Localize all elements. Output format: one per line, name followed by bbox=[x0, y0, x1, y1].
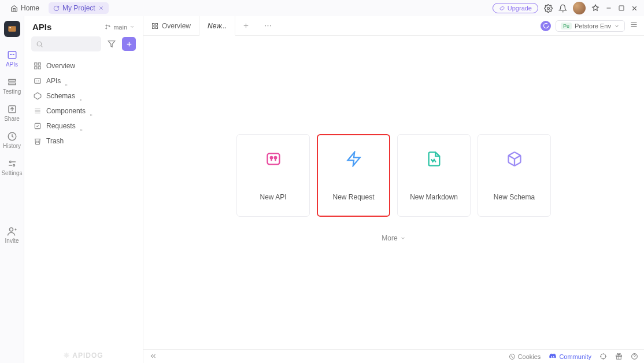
collapse-icon bbox=[149, 352, 157, 360]
tree-overview[interactable]: Overview bbox=[24, 58, 143, 73]
expand-icon bbox=[90, 110, 92, 112]
env-settings-button[interactable] bbox=[630, 20, 638, 31]
help-icon bbox=[631, 353, 638, 360]
cookies-link[interactable]: Cookies bbox=[509, 353, 541, 360]
svg-point-2 bbox=[547, 7, 550, 9]
sidebar-add-button[interactable] bbox=[122, 37, 136, 51]
svg-rect-4 bbox=[619, 6, 624, 10]
env-icon-button[interactable] bbox=[541, 21, 551, 31]
chevron-down-icon bbox=[614, 23, 620, 29]
chevron-down-icon bbox=[400, 235, 406, 241]
svg-rect-30 bbox=[38, 66, 40, 69]
svg-point-52 bbox=[511, 355, 512, 356]
feedback-button[interactable] bbox=[599, 353, 607, 360]
tree-apis[interactable]: APIs bbox=[24, 73, 143, 88]
new-api-icon bbox=[265, 150, 282, 168]
tree-trash[interactable]: Trash bbox=[24, 134, 143, 149]
tab-more-button[interactable] bbox=[257, 16, 279, 35]
tree-schemas[interactable]: Schemas bbox=[24, 88, 143, 103]
svg-point-51 bbox=[509, 354, 515, 359]
svg-point-22 bbox=[37, 42, 42, 46]
svg-point-42 bbox=[270, 25, 271, 27]
svg-point-17 bbox=[13, 165, 14, 166]
close-icon[interactable] bbox=[98, 5, 104, 11]
svg-rect-13 bbox=[9, 83, 16, 85]
chevron-down-icon bbox=[129, 24, 135, 29]
tab-overview[interactable]: Overview bbox=[143, 16, 199, 35]
testing-icon bbox=[7, 77, 17, 87]
project-name: My Project bbox=[62, 4, 95, 12]
tree-components[interactable]: Components bbox=[24, 103, 143, 118]
upgrade-button[interactable]: Upgrade bbox=[493, 3, 538, 13]
svg-rect-29 bbox=[35, 66, 37, 69]
svg-rect-7 bbox=[8, 26, 16, 31]
new-markdown-icon bbox=[426, 150, 442, 168]
help-button[interactable] bbox=[631, 353, 638, 360]
close-window-button[interactable] bbox=[631, 5, 638, 12]
svg-rect-37 bbox=[156, 27, 158, 29]
cookies-label: Cookies bbox=[518, 353, 541, 360]
notifications-button[interactable] bbox=[558, 4, 567, 13]
env-tag: Pe bbox=[561, 23, 572, 29]
svg-point-19 bbox=[106, 25, 107, 26]
rail-history-label: History bbox=[3, 143, 21, 149]
gift-icon bbox=[615, 353, 623, 360]
community-link[interactable]: Community bbox=[549, 353, 591, 361]
crosshair-icon bbox=[599, 353, 607, 360]
svg-rect-10 bbox=[10, 54, 12, 55]
requests-icon bbox=[34, 122, 42, 130]
refresh-icon bbox=[53, 5, 60, 12]
card-new-request-label: New Request bbox=[332, 193, 374, 201]
user-avatar[interactable] bbox=[573, 2, 586, 14]
branch-selector[interactable]: main bbox=[105, 24, 135, 31]
gift-button[interactable] bbox=[615, 353, 623, 360]
apis-icon bbox=[7, 50, 17, 60]
card-new-request[interactable]: New Request bbox=[317, 134, 390, 217]
svg-rect-27 bbox=[35, 63, 37, 65]
project-tab[interactable]: My Project bbox=[49, 2, 109, 14]
svg-rect-46 bbox=[267, 153, 279, 164]
svg-marker-24 bbox=[108, 41, 115, 47]
card-new-api[interactable]: New API bbox=[236, 134, 310, 217]
plus-icon bbox=[242, 22, 250, 29]
rail-invite[interactable]: Invite bbox=[0, 223, 24, 247]
card-new-markdown[interactable]: New Markdown bbox=[397, 134, 471, 217]
home-link[interactable]: Home bbox=[6, 2, 44, 14]
tab-new[interactable]: New... bbox=[199, 16, 235, 35]
components-icon bbox=[34, 107, 42, 115]
collapse-sidebar-button[interactable] bbox=[149, 352, 157, 361]
svg-rect-9 bbox=[8, 51, 16, 58]
rail-history[interactable]: History bbox=[0, 128, 24, 153]
tree-apis-label: APIs bbox=[46, 77, 61, 85]
tree-trash-label: Trash bbox=[46, 137, 64, 145]
sidebar-search[interactable] bbox=[31, 36, 101, 51]
environment-selector[interactable]: Pe Petstore Env bbox=[556, 20, 625, 32]
settings-gear-button[interactable] bbox=[544, 4, 553, 13]
minimize-window-button[interactable] bbox=[605, 5, 612, 12]
rail-settings[interactable]: Settings bbox=[0, 155, 24, 180]
app-logo bbox=[4, 21, 20, 37]
maximize-window-button[interactable] bbox=[618, 5, 625, 12]
rail-share[interactable]: Share bbox=[0, 101, 24, 125]
rail-testing[interactable]: Testing bbox=[0, 73, 24, 98]
left-rail: APIs Testing Share History Settings Invi… bbox=[0, 16, 24, 363]
svg-point-18 bbox=[9, 228, 13, 231]
filter-icon bbox=[108, 40, 116, 48]
rail-invite-label: Invite bbox=[5, 238, 19, 244]
tab-add-button[interactable] bbox=[235, 16, 257, 35]
tree-requests[interactable]: Requests bbox=[24, 118, 143, 134]
env-name: Petstore Env bbox=[575, 23, 611, 29]
rail-apis[interactable]: APIs bbox=[0, 46, 24, 71]
more-options-link[interactable]: More bbox=[382, 234, 405, 242]
menu-icon bbox=[630, 20, 638, 29]
rocket-icon bbox=[499, 5, 505, 12]
sidebar: APIs main Overview bbox=[24, 16, 143, 363]
card-new-schema[interactable]: New Schema bbox=[478, 134, 551, 217]
pin-button[interactable] bbox=[591, 4, 599, 12]
apis-tree-icon bbox=[34, 77, 42, 85]
svg-rect-11 bbox=[12, 54, 14, 55]
filter-button[interactable] bbox=[105, 37, 119, 51]
home-label: Home bbox=[21, 4, 39, 12]
upgrade-label: Upgrade bbox=[508, 5, 532, 12]
expand-icon bbox=[65, 80, 68, 82]
